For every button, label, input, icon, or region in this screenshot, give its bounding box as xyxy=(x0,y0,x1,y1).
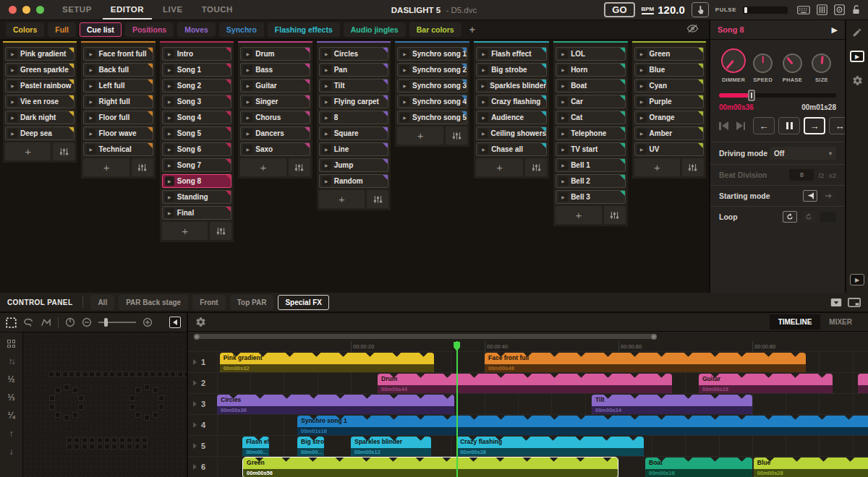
fixture-square[interactable] xyxy=(129,404,135,410)
cue-button[interactable]: ▶Tilt xyxy=(319,79,388,93)
fixture-square[interactable] xyxy=(82,437,88,443)
float-panel-icon[interactable] xyxy=(848,298,861,307)
fixture-square[interactable] xyxy=(103,371,109,377)
collapse-panel-icon[interactable] xyxy=(169,317,181,328)
fixture-square[interactable] xyxy=(97,444,103,450)
fixture-square[interactable] xyxy=(170,371,176,377)
cue-button[interactable]: ▶Deep sea xyxy=(5,126,75,140)
fixture-square[interactable] xyxy=(150,371,156,377)
quarter-icon[interactable]: ¼ xyxy=(7,411,14,420)
arrow-down-icon[interactable]: ↓ xyxy=(9,447,14,456)
fixture-square[interactable] xyxy=(157,371,163,377)
cue-button[interactable]: ▶Dark night xyxy=(5,111,75,124)
cue-play-icon[interactable]: ▶ xyxy=(243,113,252,122)
cue-play-icon[interactable]: ▶ xyxy=(322,113,331,122)
cue-play-icon[interactable]: ▶ xyxy=(558,192,568,202)
fixture-square[interactable] xyxy=(129,395,135,401)
cue-play-icon[interactable]: ▶ xyxy=(400,49,409,59)
cue-button[interactable]: ▶Synchro song 1 xyxy=(397,47,467,61)
cue-play-icon[interactable]: ▶ xyxy=(322,129,331,138)
cue-button[interactable]: ▶Singer xyxy=(240,95,310,108)
column-settings-button[interactable] xyxy=(682,158,704,176)
cue-play-icon[interactable]: ▶ xyxy=(243,129,252,138)
fixture-square[interactable] xyxy=(127,444,132,450)
fixture-square[interactable] xyxy=(55,412,61,418)
column-settings-button[interactable] xyxy=(367,190,388,208)
cue-play-icon[interactable]: ▶ xyxy=(86,97,95,106)
expand-track-icon[interactable] xyxy=(193,401,197,407)
record-target-icon[interactable] xyxy=(834,4,845,15)
cue-play-icon[interactable]: ▶ xyxy=(243,145,252,154)
add-cue-button[interactable]: + xyxy=(476,158,523,176)
cue-play-icon[interactable]: ▶ xyxy=(165,129,174,138)
column-settings-button[interactable] xyxy=(525,158,547,176)
fixture-square[interactable] xyxy=(116,371,122,377)
cue-button[interactable]: ▶Synchro song 2 xyxy=(397,63,467,77)
timeline-clip[interactable]: Green00m00s56 xyxy=(243,457,618,477)
cue-play-icon[interactable]: ▶ xyxy=(832,25,838,35)
fixture-square[interactable] xyxy=(97,437,103,443)
cue-group-tab-full[interactable]: Full xyxy=(48,22,76,37)
cue-play-icon[interactable]: ▶ xyxy=(165,97,174,106)
fixture-square[interactable] xyxy=(109,371,115,377)
cue-button[interactable]: ▶Bell 3 xyxy=(556,190,625,204)
faders-icon[interactable] xyxy=(817,4,827,15)
cue-play-icon[interactable]: ▶ xyxy=(8,113,17,122)
cue-button[interactable]: ▶Vie en rose xyxy=(5,95,75,108)
cue-button[interactable]: ▶Song 6 xyxy=(162,142,231,156)
cue-play-icon[interactable]: ▶ xyxy=(479,97,488,106)
cue-button[interactable]: ▶Standing xyxy=(162,190,231,204)
cue-progress-slider[interactable] xyxy=(719,93,836,98)
fixture-square[interactable] xyxy=(104,437,110,443)
timeline-clip[interactable]: Boat00m00s16 xyxy=(645,457,752,477)
cue-play-icon[interactable]: ▶ xyxy=(637,129,647,138)
minimize-window-button[interactable] xyxy=(22,6,30,14)
cue-button[interactable]: ▶Back full xyxy=(83,63,153,77)
cue-button[interactable]: ▶Amber xyxy=(634,126,704,140)
cue-play-icon[interactable]: ▶ xyxy=(637,81,647,90)
control-tab-special-fx[interactable]: Special FX xyxy=(278,295,329,310)
lasso-select-icon[interactable] xyxy=(23,318,34,327)
fixture-square[interactable] xyxy=(142,444,148,450)
cue-button[interactable]: ▶Orange xyxy=(634,111,704,124)
timeline-clip[interactable]: Pink gradient00m00s32 xyxy=(220,353,434,372)
timeline-clip[interactable]: Drum00m00s44 xyxy=(378,374,672,393)
cue-button[interactable]: ▶Saxo xyxy=(240,142,310,156)
cue-button[interactable]: ▶Horn xyxy=(556,63,625,77)
cue-play-icon[interactable]: ▶ xyxy=(86,129,95,138)
column-settings-button[interactable] xyxy=(289,158,310,176)
cue-button[interactable]: ▶Telephone xyxy=(556,126,625,140)
cue-play-icon[interactable]: ▶ xyxy=(86,145,95,154)
track-header[interactable]: 6 xyxy=(188,457,217,477)
scene-mode-button[interactable]: ▶ xyxy=(850,51,864,62)
timeline-clip[interactable] xyxy=(858,374,868,393)
fixture-square[interactable] xyxy=(95,371,101,377)
knob-dial-dimmer[interactable] xyxy=(721,48,746,73)
beat-division-value[interactable]: 8 xyxy=(789,169,814,181)
zoom-slider-handle[interactable] xyxy=(104,318,108,327)
keyboard-icon[interactable] xyxy=(797,5,810,15)
rect-select-icon[interactable] xyxy=(6,317,17,328)
timeline-gear-icon[interactable] xyxy=(195,317,206,327)
track-header[interactable]: 1 xyxy=(188,352,217,372)
cue-play-icon[interactable]: ▶ xyxy=(479,129,488,138)
cue-button[interactable]: ▶Pastel rainbow xyxy=(5,79,75,93)
fixture-square[interactable] xyxy=(78,395,84,401)
track-header[interactable]: 3 xyxy=(188,394,217,414)
cue-play-icon[interactable]: ▶ xyxy=(400,65,409,74)
cue-group-tab-colors[interactable]: Colors xyxy=(6,22,44,37)
cue-play-icon[interactable]: ▶ xyxy=(8,81,17,90)
add-cue-button[interactable]: + xyxy=(162,222,208,240)
start-flag-button[interactable] xyxy=(803,190,817,202)
cue-button[interactable]: ▶Synchro song 5 xyxy=(397,111,467,124)
fixture-square[interactable] xyxy=(142,437,148,443)
column-settings-button[interactable] xyxy=(132,158,153,176)
cue-group-tab-moves[interactable]: Moves xyxy=(177,22,216,37)
fixture-square[interactable] xyxy=(64,384,69,390)
timeline-clip[interactable]: Big strobe00m00... xyxy=(297,437,324,456)
timeline-clip[interactable]: Synchro song 100m01s16 xyxy=(297,416,868,435)
expand-track-icon[interactable] xyxy=(193,464,197,470)
cue-button[interactable]: ▶Cat xyxy=(556,111,625,124)
cue-play-icon[interactable]: ▶ xyxy=(400,97,409,106)
knob-dial-phase[interactable] xyxy=(783,53,802,73)
